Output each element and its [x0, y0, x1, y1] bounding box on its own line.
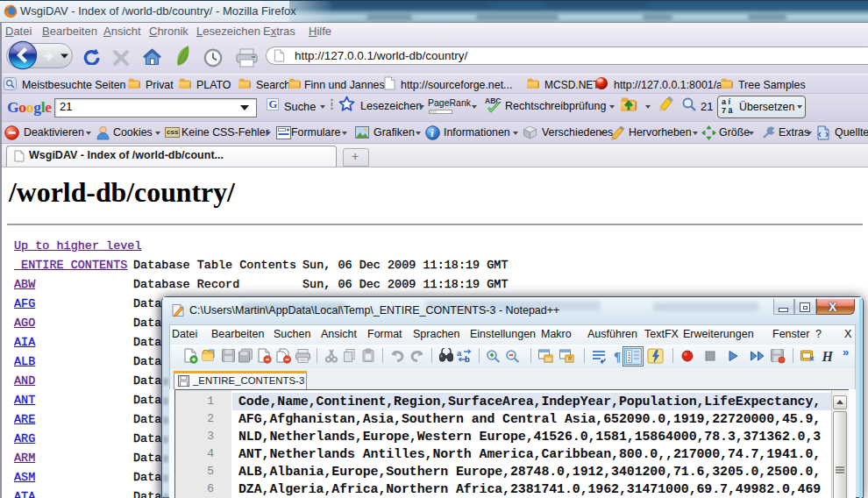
svg-text:2: 2 [628, 357, 631, 363]
svg-text:¶: ¶ [614, 350, 621, 364]
svg-text:a: a [457, 348, 462, 358]
svg-text:H: H [822, 349, 834, 364]
